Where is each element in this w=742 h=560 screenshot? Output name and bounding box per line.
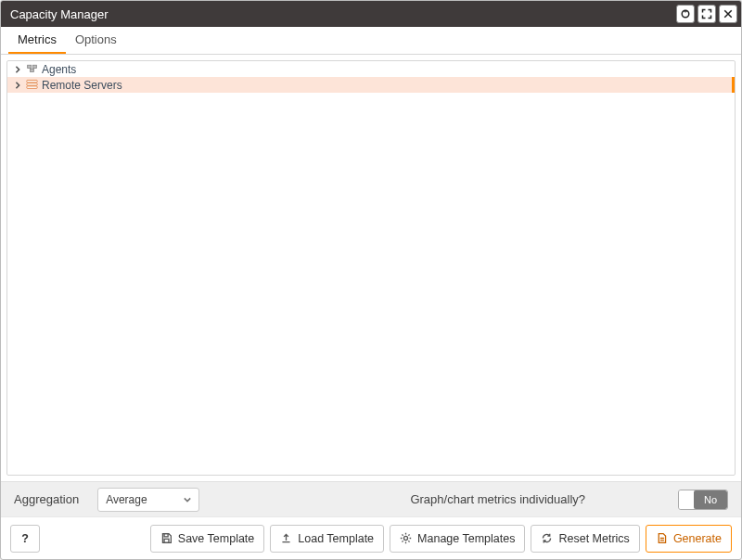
svg-rect-8 (164, 539, 169, 542)
svg-rect-6 (27, 85, 37, 87)
expand-icon (701, 8, 712, 19)
upload-icon (280, 532, 292, 544)
window-title: Capacity Manager (10, 7, 109, 21)
expand-button[interactable] (697, 5, 716, 23)
metrics-tree: Agents Remote Servers (7, 61, 735, 475)
titlebar: Capacity Manager (1, 1, 741, 27)
tree-item-label: Remote Servers (42, 79, 122, 92)
capacity-manager-window: Capacity Manager Metrics Options (0, 0, 742, 560)
save-template-button[interactable]: Save Template (150, 525, 264, 553)
aggregation-selected: Average (106, 493, 147, 506)
help-button[interactable]: ? (10, 525, 40, 553)
manage-templates-button[interactable]: Manage Templates (390, 525, 525, 553)
button-label: Generate (673, 532, 722, 545)
toggle-state-label: No (694, 490, 727, 509)
tab-metrics[interactable]: Metrics (8, 25, 66, 54)
close-icon (723, 8, 734, 19)
tabs: Metrics Options (1, 27, 741, 55)
svg-rect-4 (27, 80, 37, 82)
titlebar-buttons (676, 5, 737, 23)
svg-rect-2 (32, 65, 36, 68)
aggregation-label: Aggregation (14, 492, 79, 506)
tree-row-remote-servers[interactable]: Remote Servers (7, 77, 735, 93)
button-label: Manage Templates (417, 532, 515, 545)
tree-item-label: Agents (42, 63, 76, 76)
reload-button[interactable] (676, 5, 695, 23)
circle-arrow-icon (680, 8, 691, 19)
button-label: Load Template (298, 532, 374, 545)
load-template-button[interactable]: Load Template (270, 525, 384, 553)
svg-rect-5 (27, 83, 37, 84)
agents-icon (26, 62, 38, 77)
refresh-icon (541, 532, 553, 544)
svg-rect-3 (30, 69, 33, 71)
svg-point-9 (404, 536, 408, 540)
chevron-right-icon (13, 82, 22, 89)
reset-metrics-button[interactable]: Reset Metrics (531, 525, 639, 553)
graph-individually-toggle[interactable]: No (678, 490, 728, 510)
button-label: Reset Metrics (558, 532, 629, 545)
chevron-down-icon (184, 496, 191, 503)
svg-rect-7 (164, 534, 168, 537)
aggregation-select[interactable]: Average (97, 488, 199, 512)
generate-button[interactable]: Generate (646, 525, 732, 553)
save-icon (160, 532, 173, 544)
document-icon (656, 532, 668, 544)
remote-servers-icon (26, 78, 38, 93)
svg-rect-1 (28, 65, 32, 68)
help-icon-text: ? (21, 532, 29, 545)
tab-options[interactable]: Options (66, 25, 126, 54)
close-button[interactable] (719, 5, 737, 23)
tree-row-agents[interactable]: Agents (7, 61, 735, 77)
aggregation-bar: Aggregation Average Graph/chart metrics … (1, 481, 741, 516)
gear-icon (400, 532, 412, 544)
button-label: Save Template (178, 532, 254, 545)
graph-individually-label: Graph/chart metrics individually? (410, 492, 585, 506)
footer: ? Save Template Load Template Manage Tem… (1, 516, 741, 559)
metrics-tree-panel: Agents Remote Servers (6, 60, 736, 476)
chevron-right-icon (13, 66, 22, 73)
